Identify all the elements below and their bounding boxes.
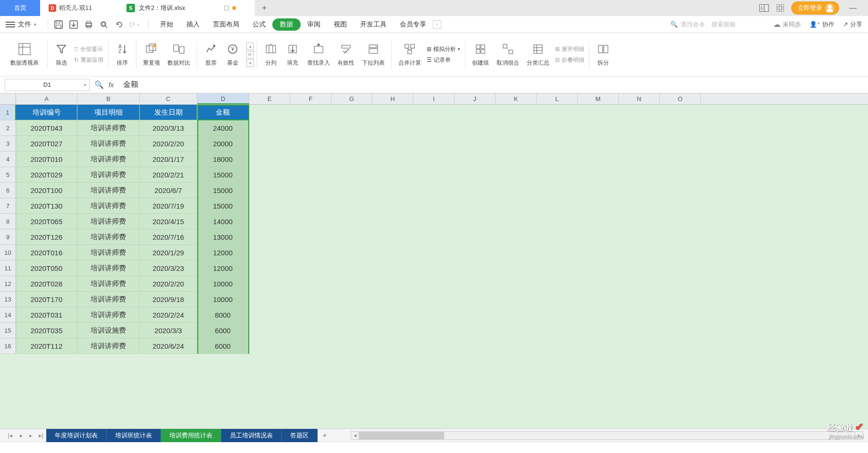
- row-header-12[interactable]: 12: [0, 276, 16, 292]
- cell[interactable]: 2020T016: [16, 245, 77, 260]
- cell[interactable]: 2020/9/18: [140, 292, 197, 307]
- print-preview-icon[interactable]: [98, 19, 110, 30]
- chevron-down-icon[interactable]: ▾: [84, 83, 86, 87]
- menu-tab-data[interactable]: 数据: [272, 18, 301, 31]
- group-button[interactable]: 创建组: [468, 36, 493, 74]
- cell[interactable]: 培训讲师费: [77, 292, 140, 307]
- cell[interactable]: 培训讲师费: [77, 229, 140, 245]
- row-header-16[interactable]: 16: [0, 338, 16, 354]
- cell[interactable]: 2020/6/24: [140, 338, 197, 354]
- cell[interactable]: 培训讲师费: [77, 245, 140, 260]
- layout-icon[interactable]: 1: [759, 3, 769, 13]
- menu-tab-devtools[interactable]: 开发工具: [354, 16, 393, 33]
- select-all-corner[interactable]: [0, 93, 16, 104]
- cell[interactable]: 12000: [197, 260, 249, 276]
- cell[interactable]: 培训编号: [16, 105, 77, 120]
- fx-icon[interactable]: fx: [109, 81, 114, 89]
- cell[interactable]: 培训讲师费: [77, 167, 140, 183]
- sheet-tab-1[interactable]: 培训班统计表: [107, 429, 161, 442]
- sort-button[interactable]: AZ排序: [111, 36, 133, 74]
- col-header-N[interactable]: N: [619, 93, 660, 104]
- cell[interactable]: 10000: [197, 276, 249, 292]
- row-header-9[interactable]: 9: [0, 229, 16, 245]
- cell[interactable]: 2020T100: [16, 183, 77, 198]
- ungroup-button[interactable]: 取消组合: [493, 36, 523, 74]
- stock-button[interactable]: 股票: [200, 36, 222, 74]
- whatif-button[interactable]: ⊞模拟分析▾: [427, 45, 460, 53]
- cell[interactable]: 2020T130: [16, 198, 77, 214]
- cell[interactable]: 培训讲师费: [77, 183, 140, 198]
- compare-button[interactable]: 数据对比: [164, 36, 194, 74]
- print-icon[interactable]: [83, 19, 94, 30]
- file-menu[interactable]: 文件: [18, 20, 31, 29]
- sync-status[interactable]: ☁未同步: [773, 20, 801, 29]
- cell[interactable]: 培训讲师费: [77, 338, 140, 354]
- cell[interactable]: 2020/7/16: [140, 229, 197, 245]
- col-header-E[interactable]: E: [249, 93, 290, 104]
- cell[interactable]: 14000: [197, 214, 249, 229]
- row-header-3[interactable]: 3: [0, 136, 16, 151]
- col-header-J[interactable]: J: [455, 93, 496, 104]
- cell[interactable]: 2020T043: [16, 120, 77, 136]
- menu-tab-pagelayout[interactable]: 页面布局: [206, 16, 246, 33]
- fill-button[interactable]: 填充: [282, 36, 303, 74]
- cell[interactable]: 2020/4/15: [140, 214, 197, 229]
- sheet-tab-3[interactable]: 员工培训情况表: [221, 429, 282, 442]
- cell[interactable]: 2020T027: [16, 136, 77, 151]
- menu-tab-review[interactable]: 审阅: [301, 16, 327, 33]
- row-header-2[interactable]: 2: [0, 120, 16, 136]
- row-header-1[interactable]: 1: [0, 105, 16, 120]
- cells-area[interactable]: 培训编号项目明细发生日期金额2020T043培训讲师费2020/3/132400…: [16, 105, 868, 354]
- pivot-button[interactable]: 数据透视表: [5, 36, 44, 74]
- consolidate-button[interactable]: 合并计算: [395, 36, 425, 74]
- chevron-down-icon[interactable]: ▾: [34, 22, 36, 27]
- col-header-O[interactable]: O: [660, 93, 701, 104]
- menu-tab-start[interactable]: 开始: [153, 16, 180, 33]
- col-header-G[interactable]: G: [331, 93, 372, 104]
- cell[interactable]: 20000: [197, 136, 249, 151]
- cell[interactable]: 2020/3/13: [140, 120, 197, 136]
- cell[interactable]: 培训讲师费: [77, 120, 140, 136]
- cell[interactable]: 培训设施费: [77, 323, 140, 338]
- cell[interactable]: 培训讲师费: [77, 307, 140, 323]
- formula-input[interactable]: 金额: [118, 80, 138, 90]
- menu-tab-member[interactable]: 会员专享: [393, 16, 433, 33]
- row-header-13[interactable]: 13: [0, 292, 16, 307]
- col-header-I[interactable]: I: [413, 93, 455, 104]
- cell[interactable]: 2020/2/24: [140, 307, 197, 323]
- spreadsheet-grid[interactable]: A B C D E F G H I J K L M N O 1234567891…: [0, 93, 868, 428]
- sheet-nav-prev[interactable]: ◂: [15, 432, 25, 439]
- cell[interactable]: 2020T126: [16, 229, 77, 245]
- cell[interactable]: 2020T035: [16, 323, 77, 338]
- col-header-C[interactable]: C: [140, 93, 197, 104]
- cell[interactable]: 15000: [197, 198, 249, 214]
- cell[interactable]: 培训讲师费: [77, 214, 140, 229]
- cell[interactable]: 培训讲师费: [77, 198, 140, 214]
- record-button[interactable]: ☰记录单: [427, 56, 460, 64]
- expand-up-icon[interactable]: ▴: [246, 42, 254, 50]
- sheet-tab-2[interactable]: 培训费用统计表: [161, 429, 221, 442]
- menu-tab-formula[interactable]: 公式: [246, 16, 272, 33]
- col-header-L[interactable]: L: [537, 93, 578, 104]
- horizontal-scrollbar[interactable]: ◂ ▸: [351, 431, 863, 440]
- minimize-button[interactable]: —: [845, 4, 861, 12]
- col-header-K[interactable]: K: [496, 93, 537, 104]
- col-header-B[interactable]: B: [77, 93, 140, 104]
- cell[interactable]: 2020/1/29: [140, 245, 197, 260]
- col-header-M[interactable]: M: [578, 93, 619, 104]
- sheet-tab-0[interactable]: 年度培训计划表: [46, 429, 107, 442]
- cell[interactable]: 12000: [197, 245, 249, 260]
- cell[interactable]: 2020/2/20: [140, 136, 197, 151]
- hamburger-icon[interactable]: [6, 22, 15, 27]
- row-header-5[interactable]: 5: [0, 167, 16, 183]
- cell[interactable]: 2020T031: [16, 307, 77, 323]
- cell[interactable]: 10000: [197, 292, 249, 307]
- sheet-tab-4[interactable]: 答题区: [282, 429, 318, 442]
- col-header-D[interactable]: D: [197, 93, 249, 104]
- command-search[interactable]: 🔍 查找命令、搜索模板: [670, 20, 765, 29]
- expand-down-icon[interactable]: ▾: [246, 59, 254, 67]
- cell[interactable]: 24000: [197, 120, 249, 136]
- cell[interactable]: 6000: [197, 323, 249, 338]
- sheet-nav-next[interactable]: ▸: [25, 432, 36, 439]
- new-tab-button[interactable]: +: [255, 3, 274, 13]
